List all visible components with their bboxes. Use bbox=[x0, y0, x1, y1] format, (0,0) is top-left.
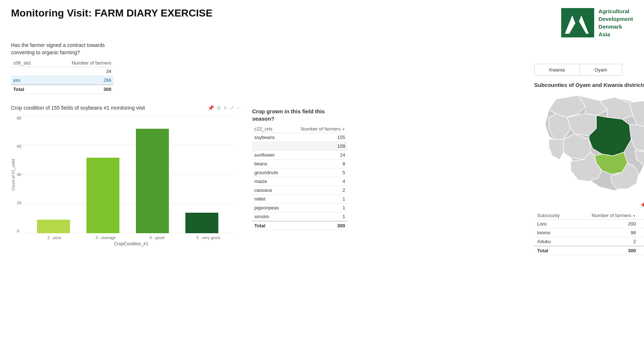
crop-total-value: 300 bbox=[288, 221, 347, 230]
sub-label: Loro bbox=[534, 220, 572, 228]
map-title: Subcounties of Oyam and Kwania districts bbox=[534, 82, 644, 88]
contract-label bbox=[11, 67, 45, 76]
crop-value: 1 bbox=[288, 212, 347, 221]
crop-value: 5 bbox=[288, 168, 347, 177]
crop-label: cassava bbox=[252, 186, 288, 195]
left-panel: Has the farmer signed a contract towards… bbox=[11, 42, 241, 255]
bar-group bbox=[37, 220, 70, 234]
subcounty-table: Subcounty Number of farmers ▼ Acres Loro… bbox=[534, 212, 644, 255]
crop-value: 2 bbox=[288, 186, 347, 195]
y-tick: 60 bbox=[17, 144, 21, 149]
y-tick: 40 bbox=[17, 172, 21, 177]
sub-col3: Acres bbox=[639, 212, 644, 220]
crop-label: maize bbox=[252, 177, 288, 186]
crop-label: pigeonpeas bbox=[252, 204, 288, 212]
bar bbox=[37, 220, 70, 234]
sub-farmers: 200 bbox=[572, 220, 639, 228]
page-title: Monitoring Visit: FARM DIARY EXERCISE bbox=[11, 7, 212, 19]
crop-value: 1 bbox=[288, 204, 347, 212]
adda-logo-icon bbox=[561, 8, 594, 37]
sub-label: Inomo bbox=[534, 228, 572, 237]
x-axis-labels: 2 - poor3 - average4 - good5 - very good bbox=[21, 233, 241, 240]
filter-oyam[interactable]: Oyam bbox=[580, 64, 622, 76]
header-row: Monitoring Visit: FARM DIARY EXERCISE Ag… bbox=[11, 7, 633, 38]
sub-col1: Subcounty bbox=[534, 212, 572, 220]
bar-chart-container: Crop condition of 155 fields of soybeans… bbox=[11, 105, 241, 246]
crop-table: c22_crts Number of farmers ▼ soybeans155… bbox=[252, 125, 347, 230]
contract-question: Has the farmer signed a contract towards… bbox=[11, 42, 114, 56]
contract-col2: Number of farmers bbox=[45, 59, 114, 67]
crop-total-label: Total bbox=[252, 221, 288, 230]
y-axis-ticks: 020406080 bbox=[17, 116, 21, 233]
logo-line1: Agricultural bbox=[599, 7, 633, 15]
bar bbox=[86, 158, 119, 233]
x-label: 2 - poor bbox=[38, 235, 71, 240]
crop-col2: Number of farmers ▼ bbox=[288, 125, 347, 133]
more-icon[interactable]: ··· bbox=[237, 105, 241, 111]
pin-icon[interactable]: 📌 bbox=[208, 105, 214, 111]
sub-total-label: Total bbox=[534, 246, 572, 255]
copy-icon[interactable]: ⧉ bbox=[217, 105, 221, 111]
crop-value: 14 bbox=[288, 151, 347, 160]
bar bbox=[185, 213, 218, 233]
sub-farmers: 98 bbox=[572, 228, 639, 237]
filter-kwania[interactable]: Kwania bbox=[534, 64, 580, 76]
bar-group bbox=[185, 213, 218, 233]
crop-value: 109 bbox=[288, 142, 347, 151]
y-tick: 80 bbox=[17, 116, 21, 120]
filter-buttons: Kwania Oyam bbox=[534, 64, 622, 76]
crop-label: sunflower bbox=[252, 151, 288, 160]
bars-area bbox=[21, 116, 234, 233]
filter-icon[interactable]: ≡ bbox=[223, 105, 226, 111]
bars-row bbox=[21, 116, 234, 233]
crop-label: soybeans bbox=[252, 133, 288, 142]
crop-value: 155 bbox=[288, 133, 347, 142]
sub-farmers: 2 bbox=[572, 237, 639, 246]
logo-line4: Asia bbox=[599, 30, 633, 38]
crop-value: 8 bbox=[288, 160, 347, 168]
crop-section: Crop grown in this field this season? c2… bbox=[252, 108, 523, 230]
y-tick: 0 bbox=[17, 229, 21, 233]
contract-table: c06_sict Number of farmers 34yes266Total… bbox=[11, 59, 114, 94]
x-label: 4 - good bbox=[140, 235, 173, 240]
sub-acres: 131.64 bbox=[639, 228, 644, 237]
crop-value: 1 bbox=[288, 195, 347, 204]
chart-title: Crop condition of 155 fields of soybeans… bbox=[11, 105, 201, 111]
sub-total-farmers: 300 bbox=[572, 246, 639, 255]
x-label: 5 - very good bbox=[192, 235, 225, 240]
crop-label: groundnuts bbox=[252, 168, 288, 177]
sort-arrow-icon: ▼ bbox=[342, 128, 345, 131]
contract-total-label: Total bbox=[11, 85, 45, 94]
contract-col1: c06_sict bbox=[11, 59, 45, 67]
logo-text: Agricultural Development Denmark Asia bbox=[599, 7, 633, 38]
bar bbox=[136, 129, 169, 233]
expand-icon[interactable]: ⤢ bbox=[230, 105, 234, 111]
y-axis-label: Count of 01_unfid bbox=[11, 159, 15, 191]
x-axis-title: CropCondiion_#1 bbox=[21, 241, 241, 246]
chart-toolbar: 📌 ⧉ ≡ ⤢ ··· bbox=[208, 105, 241, 111]
district-map bbox=[534, 92, 644, 194]
right-panel: Kwania Oyam Subcounties of Oyam and Kwan… bbox=[534, 42, 644, 255]
contract-value: 266 bbox=[45, 76, 114, 85]
x-label: 3 - average bbox=[89, 235, 122, 240]
contract-total-value: 300 bbox=[45, 85, 114, 94]
sub-label: Aduku bbox=[534, 237, 572, 246]
logo-area: Agricultural Development Denmark Asia bbox=[561, 7, 633, 38]
crop-title: Crop grown in this field this season? bbox=[252, 108, 333, 122]
middle-panel: Crop grown in this field this season? c2… bbox=[252, 42, 523, 255]
contract-value: 34 bbox=[45, 67, 114, 76]
crop-col1: c22_crts bbox=[252, 125, 288, 133]
sub-acres: 3.75 bbox=[639, 237, 644, 246]
map-pin-icon[interactable]: 📌 bbox=[640, 202, 644, 208]
crop-label: millet bbox=[252, 195, 288, 204]
sub-acres: 305.63 bbox=[639, 220, 644, 228]
map-container bbox=[534, 92, 644, 194]
logo-line3: Denmark bbox=[599, 23, 633, 30]
bar-group bbox=[136, 129, 169, 233]
logo-line2: Development bbox=[599, 15, 633, 23]
sub-sort-icon: ▼ bbox=[633, 214, 636, 218]
map-toolbar: 📌 ⧉ ≡ ⤢ ··· bbox=[534, 202, 644, 208]
bar-group bbox=[86, 158, 119, 233]
sub-total-acres: 441.02 bbox=[639, 246, 644, 255]
contract-label: yes bbox=[11, 76, 45, 85]
